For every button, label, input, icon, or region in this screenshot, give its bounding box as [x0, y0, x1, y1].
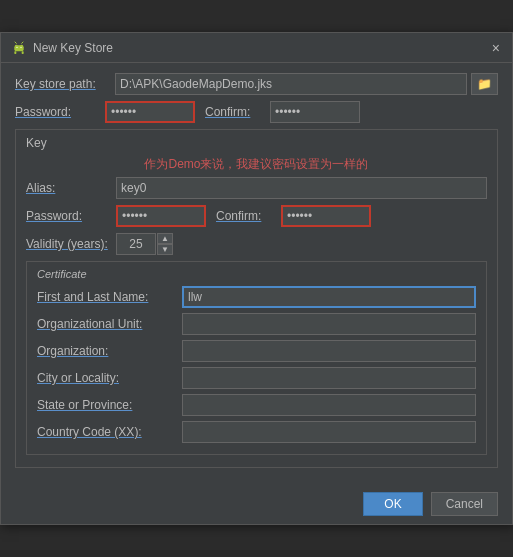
title-bar: New Key Store × — [1, 33, 512, 63]
svg-point-3 — [16, 46, 17, 47]
keystore-path-row: Key store path: 📁 — [15, 73, 498, 95]
cert-row-2: Organization: — [37, 340, 476, 362]
cert-row-1: Organizational Unit: — [37, 313, 476, 335]
alias-row: Alias: — [26, 177, 487, 199]
top-password-input[interactable] — [105, 101, 195, 123]
key-password-input[interactable] — [116, 205, 206, 227]
cancel-button[interactable]: Cancel — [431, 492, 498, 516]
cert-label-0: First and Last Name: — [37, 290, 182, 304]
folder-button[interactable]: 📁 — [471, 73, 498, 95]
key-section: Key 作为Demo来说，我建议密码设置为一样的 Alias: Password… — [15, 129, 498, 468]
key-section-title: Key — [26, 136, 487, 150]
close-button[interactable]: × — [490, 41, 502, 55]
alias-input[interactable] — [116, 177, 487, 199]
spinner-down-button[interactable]: ▼ — [157, 244, 173, 255]
top-confirm-input[interactable] — [270, 101, 360, 123]
svg-line-6 — [22, 42, 23, 43]
cert-label-1: Organizational Unit: — [37, 317, 182, 331]
svg-rect-2 — [14, 45, 23, 51]
top-password-row: Password: Confirm: — [15, 101, 498, 123]
android-icon — [11, 40, 27, 56]
dialog-footer: OK Cancel — [1, 484, 512, 524]
folder-icon: 📁 — [477, 77, 492, 91]
cert-input-5[interactable] — [182, 421, 476, 443]
cert-input-3[interactable] — [182, 367, 476, 389]
certificate-section: Certificate First and Last Name: Organiz… — [26, 261, 487, 455]
keystore-path-input[interactable] — [115, 73, 467, 95]
cert-row-4: State or Province: — [37, 394, 476, 416]
svg-point-4 — [20, 46, 21, 47]
hint-text: 作为Demo来说，我建议密码设置为一样的 — [26, 156, 487, 173]
key-confirm-label: Confirm: — [216, 209, 281, 223]
ok-button[interactable]: OK — [363, 492, 422, 516]
validity-label: Validity (years): — [26, 237, 116, 251]
validity-input[interactable] — [116, 233, 156, 255]
svg-line-5 — [15, 42, 16, 43]
cert-label-5: Country Code (XX): — [37, 425, 182, 439]
key-password-row: Password: Confirm: — [26, 205, 487, 227]
validity-spinner: ▲ ▼ — [116, 233, 173, 255]
cert-label-2: Organization: — [37, 344, 182, 358]
cert-input-4[interactable] — [182, 394, 476, 416]
svg-rect-7 — [14, 51, 16, 54]
top-confirm-label: Confirm: — [205, 105, 270, 119]
cert-label-4: State or Province: — [37, 398, 182, 412]
key-confirm-input[interactable] — [281, 205, 371, 227]
cert-input-1[interactable] — [182, 313, 476, 335]
svg-rect-8 — [22, 51, 24, 54]
cert-input-0[interactable] — [182, 286, 476, 308]
top-password-label: Password: — [15, 105, 105, 119]
title-bar-text: New Key Store — [33, 41, 113, 55]
cert-label-3: City or Locality: — [37, 371, 182, 385]
cert-row-3: City or Locality: — [37, 367, 476, 389]
title-bar-left: New Key Store — [11, 40, 113, 56]
alias-label: Alias: — [26, 181, 116, 195]
keystore-path-label: Key store path: — [15, 77, 115, 91]
cert-row-0: First and Last Name: — [37, 286, 476, 308]
spinner-up-button[interactable]: ▲ — [157, 233, 173, 244]
cert-input-2[interactable] — [182, 340, 476, 362]
spinner-buttons: ▲ ▼ — [157, 233, 173, 255]
dialog-body: Key store path: 📁 Password: Confirm: Key… — [1, 63, 512, 484]
new-key-store-dialog: New Key Store × Key store path: 📁 Passwo… — [0, 32, 513, 525]
key-password-label: Password: — [26, 209, 116, 223]
cert-row-5: Country Code (XX): — [37, 421, 476, 443]
cert-section-title: Certificate — [37, 268, 476, 280]
validity-row: Validity (years): ▲ ▼ — [26, 233, 487, 255]
